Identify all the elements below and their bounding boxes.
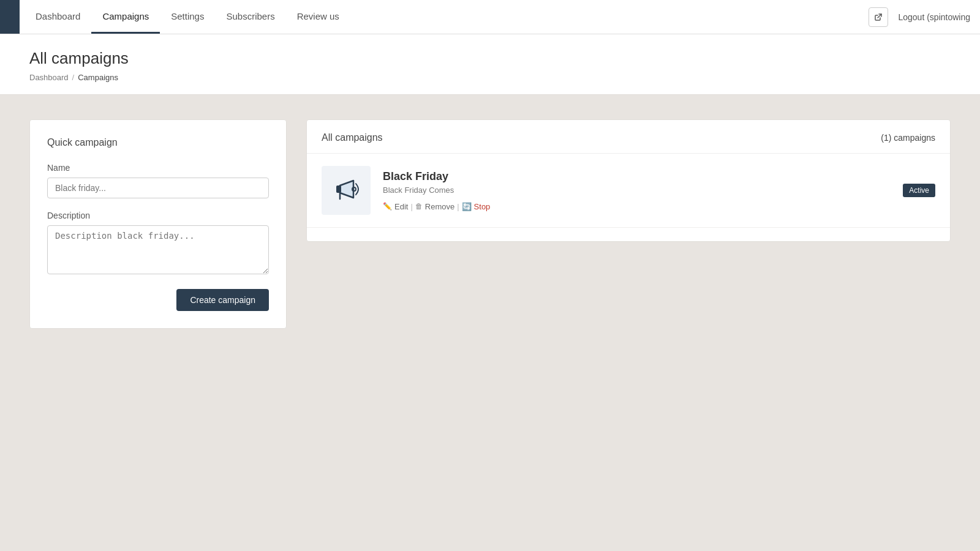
separator-1: | [410,202,412,211]
stop-icon: 🔄 [462,202,472,211]
navbar: Dashboard Campaigns Settings Subscribers… [0,0,980,34]
page-title: All campaigns [29,49,951,68]
all-campaigns-title: All campaigns [322,132,383,143]
campaigns-count: (1) campaigns [881,133,935,143]
remove-link[interactable]: Remove [425,202,454,211]
campaigns-count-parens: (1) campaigns [881,133,935,143]
campaign-name: Black Friday [383,170,891,183]
campaign-icon-wrap [322,166,371,215]
edit-icon: ✏️ [383,202,392,211]
name-label: Name [47,163,269,173]
campaign-info: Black Friday Black Friday Comes ✏️ Edit … [383,170,891,211]
nav-review-us[interactable]: Review us [286,0,350,34]
svg-rect-0 [336,186,341,193]
description-label: Description [47,211,269,220]
campaign-description: Black Friday Comes [383,186,891,195]
separator-2: | [457,202,459,211]
page-header: All campaigns Dashboard / Campaigns [0,34,980,95]
all-campaigns-card: All campaigns (1) campaigns Black Friday… [306,119,951,242]
all-campaigns-header: All campaigns (1) campaigns [307,120,950,154]
remove-icon: 🗑 [415,202,423,211]
stop-button[interactable]: 🔄 Stop [462,202,491,211]
name-input[interactable] [47,178,269,198]
status-badge: Active [903,184,935,197]
external-link-icon[interactable] [869,7,888,27]
quick-campaign-title: Quick campaign [47,137,269,148]
name-form-group: Name [47,163,269,198]
logout-link[interactable]: Logout (spintowing [898,12,970,22]
nav-campaigns[interactable]: Campaigns [91,0,160,34]
quick-campaign-card: Quick campaign Name Description Create c… [29,119,287,329]
nav-dashboard[interactable]: Dashboard [24,0,91,34]
nav-settings[interactable]: Settings [160,0,215,34]
edit-link[interactable]: Edit [394,202,408,211]
description-textarea[interactable] [47,225,269,274]
main-content: Quick campaign Name Description Create c… [0,95,980,353]
campaign-item: Black Friday Black Friday Comes ✏️ Edit … [307,154,950,228]
description-form-group: Description [47,211,269,277]
nav-links: Dashboard Campaigns Settings Subscribers… [20,0,869,34]
nav-right: Logout (spintowing [869,0,980,34]
nav-brand [0,0,20,34]
nav-subscribers[interactable]: Subscribers [215,0,285,34]
breadcrumb-current: Campaigns [78,73,118,82]
create-campaign-button[interactable]: Create campaign [176,289,269,311]
megaphone-icon [330,174,362,206]
breadcrumb: Dashboard / Campaigns [29,73,951,82]
breadcrumb-dashboard[interactable]: Dashboard [29,73,69,82]
campaign-actions: ✏️ Edit | 🗑 Remove | 🔄 Stop [383,202,891,211]
breadcrumb-separator: / [72,73,75,82]
